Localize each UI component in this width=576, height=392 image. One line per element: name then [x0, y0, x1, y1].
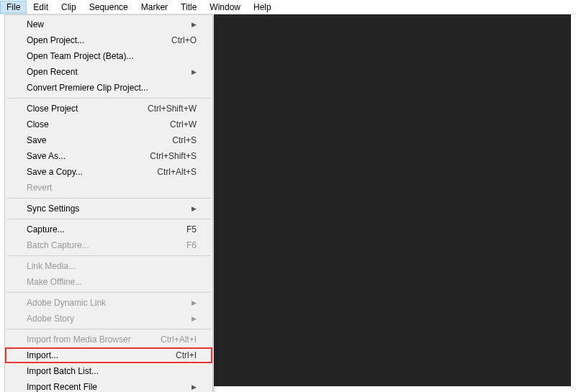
menu-item-label: Link Media...: [27, 261, 76, 271]
menubar-item-clip[interactable]: Clip: [55, 1, 83, 14]
menu-item-label: Save: [27, 135, 46, 145]
menu-item-save[interactable]: SaveCtrl+S: [5, 132, 212, 148]
chevron-right-icon: ▶: [192, 205, 197, 212]
menubar-item-window[interactable]: Window: [203, 1, 247, 14]
menu-separator: [6, 255, 211, 256]
menu-item-label: Close Project: [27, 104, 78, 114]
menu-item-label: Save As...: [27, 151, 66, 161]
menu-item-shortcut: Ctrl+S: [172, 135, 197, 145]
menu-item-shortcut: Ctrl+Shift+S: [150, 151, 197, 161]
chevron-right-icon: ▶: [192, 21, 197, 28]
menu-item-shortcut: Ctrl+Alt+S: [157, 167, 197, 177]
menu-item-label: Import...: [27, 350, 58, 360]
menu-item-open-project[interactable]: Open Project...Ctrl+O: [5, 32, 212, 48]
menu-item-batch-capture: Batch Capture...F6: [5, 237, 212, 253]
menu-item-shortcut: Ctrl+Alt+I: [161, 334, 197, 345]
menu-item-save-a-copy[interactable]: Save a Copy...Ctrl+Alt+S: [5, 164, 212, 180]
menu-item-label: Revert: [27, 183, 52, 193]
menu-item-close-project[interactable]: Close ProjectCtrl+Shift+W: [5, 101, 212, 117]
editor-viewport: [214, 14, 571, 386]
menu-item-make-offline: Make Offline...: [5, 274, 212, 290]
chevron-right-icon: ▶: [192, 68, 197, 76]
menu-item-label: Close: [27, 119, 49, 129]
menubar-item-file[interactable]: File: [0, 1, 27, 14]
menu-item-close[interactable]: CloseCtrl+W: [5, 117, 212, 132]
menubar-item-edit[interactable]: Edit: [27, 1, 55, 14]
menubar-item-sequence[interactable]: Sequence: [83, 1, 135, 14]
file-dropdown-menu: New▶Open Project...Ctrl+OOpen Team Proje…: [4, 14, 213, 392]
menu-item-shortcut: Ctrl+O: [171, 35, 197, 45]
menu-item-label: Make Offline...: [27, 277, 82, 287]
menu-item-import-from-media-browser: Import from Media BrowserCtrl+Alt+I: [5, 332, 212, 347]
menubar: FileEditClipSequenceMarkerTitleWindowHel…: [0, 0, 576, 14]
menu-separator: [6, 219, 211, 219]
chevron-right-icon: ▶: [192, 383, 197, 391]
menu-separator: [6, 98, 211, 99]
menu-item-label: Open Recent: [27, 67, 78, 77]
menu-item-label: Open Team Project (Beta)...: [27, 51, 134, 61]
menu-item-shortcut: F5: [186, 224, 197, 234]
menubar-item-help[interactable]: Help: [247, 1, 278, 14]
menu-separator: [6, 329, 211, 329]
chevron-right-icon: ▶: [192, 315, 197, 322]
menu-item-label: Convert Premiere Clip Project...: [27, 83, 148, 93]
chevron-right-icon: ▶: [192, 299, 197, 306]
menu-item-import-recent-file[interactable]: Import Recent File▶: [5, 379, 212, 392]
menu-item-open-team-project-beta[interactable]: Open Team Project (Beta)...: [5, 48, 212, 64]
menu-item-label: Import from Media Browser: [27, 334, 131, 345]
menu-item-new[interactable]: New▶: [5, 17, 212, 32]
menu-item-save-as[interactable]: Save As...Ctrl+Shift+S: [5, 148, 212, 164]
menu-item-label: Adobe Story: [27, 314, 74, 324]
menu-item-label: Import Recent File: [27, 382, 97, 392]
menu-item-label: Import Batch List...: [27, 366, 99, 376]
menu-item-adobe-dynamic-link: Adobe Dynamic Link▶: [5, 295, 212, 311]
menu-item-label: Sync Settings: [27, 204, 79, 214]
menu-item-convert-premiere-clip-project[interactable]: Convert Premiere Clip Project...: [5, 80, 212, 96]
menubar-item-title[interactable]: Title: [174, 1, 203, 14]
menu-item-shortcut: Ctrl+W: [170, 119, 197, 129]
menu-item-link-media: Link Media...: [5, 258, 212, 274]
menu-item-label: Open Project...: [27, 35, 84, 45]
menu-item-import-batch-list[interactable]: Import Batch List...: [5, 363, 212, 379]
menu-item-shortcut: F6: [186, 240, 197, 250]
menu-item-label: Adobe Dynamic Link: [27, 298, 106, 308]
menu-item-sync-settings[interactable]: Sync Settings▶: [5, 201, 212, 216]
menu-item-adobe-story: Adobe Story▶: [5, 311, 212, 327]
menu-separator: [6, 198, 211, 199]
menu-item-label: Capture...: [27, 224, 65, 234]
menu-separator: [6, 292, 211, 293]
menu-item-open-recent[interactable]: Open Recent▶: [5, 64, 212, 80]
menu-item-revert: Revert: [5, 180, 212, 196]
menu-item-label: Save a Copy...: [27, 167, 83, 177]
menu-item-shortcut: Ctrl+I: [176, 350, 197, 360]
menu-item-capture[interactable]: Capture...F5: [5, 222, 212, 237]
menu-item-label: Batch Capture...: [27, 240, 89, 250]
menu-item-import[interactable]: Import...Ctrl+I: [5, 347, 212, 363]
menubar-item-marker[interactable]: Marker: [135, 1, 174, 14]
menu-item-shortcut: Ctrl+Shift+W: [148, 104, 197, 114]
menu-item-label: New: [27, 19, 44, 29]
